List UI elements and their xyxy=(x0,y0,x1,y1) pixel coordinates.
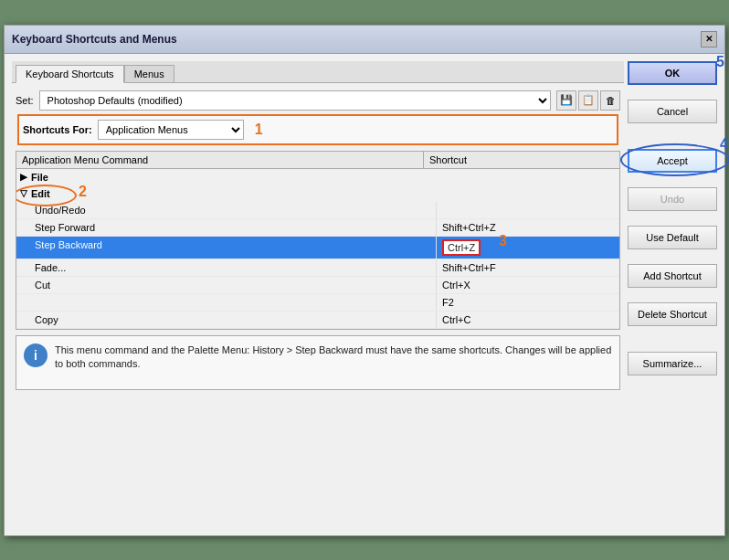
delete-shortcut-button[interactable]: Delete Shortcut xyxy=(628,302,717,326)
cmd-cut: Cut xyxy=(16,277,437,293)
annotation-2: 2 xyxy=(79,184,87,200)
cmd-step-forward: Step Forward xyxy=(16,219,437,236)
tab-bar: Keyboard Shortcuts Menus xyxy=(12,61,624,83)
main-dialog: Keyboard Shortcuts and Menus ✕ Keyboard … xyxy=(4,25,725,536)
set-icons: 💾 📋 🗑 xyxy=(556,90,620,111)
cmd-step-backward: Step Backward xyxy=(16,237,437,259)
duplicate-set-button[interactable]: 📋 xyxy=(578,90,598,111)
add-shortcut-button[interactable]: Add Shortcut xyxy=(628,264,717,288)
row-f2[interactable]: F2 xyxy=(16,294,619,312)
shortcut-step-backward: Ctrl+Z 3 xyxy=(437,237,619,259)
shortcuts-for-label: Shortcuts For: xyxy=(23,124,92,135)
info-icon: i xyxy=(24,343,48,367)
annotation-3: 3 xyxy=(499,233,507,249)
edit-expand-arrow: ▽ xyxy=(20,188,27,198)
cmd-f2 xyxy=(16,294,437,311)
cmd-fade: Fade... xyxy=(16,259,437,276)
undo-button[interactable]: Undo xyxy=(628,187,717,211)
shortcut-f2: F2 xyxy=(437,294,619,311)
row-step-backward[interactable]: Step Backward Ctrl+Z 3 xyxy=(16,237,619,259)
row-undo-redo[interactable]: Undo/Redo xyxy=(16,202,619,219)
use-default-button[interactable]: Use Default xyxy=(628,226,717,249)
shortcut-undo-redo xyxy=(437,202,619,218)
set-row: Set: Photoshop Defaults (modified) 💾 📋 🗑 xyxy=(12,87,624,114)
cmd-copy: Copy xyxy=(16,312,437,328)
tab-menus[interactable]: Menus xyxy=(124,65,174,82)
summarize-button[interactable]: Summarize... xyxy=(628,352,717,375)
delete-set-button[interactable]: 🗑 xyxy=(600,90,620,111)
menu-command-table: Application Menu Command Shortcut ▶ File xyxy=(16,151,620,330)
ok-button[interactable]: OK xyxy=(628,61,717,85)
col-shortcut: Shortcut xyxy=(424,152,607,168)
close-button[interactable]: ✕ xyxy=(701,31,717,48)
cmd-undo-redo: Undo/Redo xyxy=(16,202,437,218)
file-group-label: File xyxy=(31,172,48,183)
row-copy[interactable]: Copy Ctrl+C xyxy=(16,312,619,329)
shortcuts-for-row: Shortcuts For: Application Menus Panel M… xyxy=(17,114,618,145)
shortcut-input[interactable]: Ctrl+Z xyxy=(442,239,481,256)
row-cut[interactable]: Cut Ctrl+X xyxy=(16,277,619,294)
cancel-button[interactable]: Cancel xyxy=(628,100,717,123)
shortcut-cut: Ctrl+X xyxy=(437,277,619,293)
col-command: Application Menu Command xyxy=(16,152,424,168)
save-set-button[interactable]: 💾 xyxy=(556,90,576,111)
right-panel: OK 5 Cancel Accept 4 Undo Use Default Ad… xyxy=(624,54,724,401)
shortcut-fade: Shift+Ctrl+F xyxy=(437,259,619,276)
title-bar: Keyboard Shortcuts and Menus ✕ xyxy=(5,26,724,54)
file-expand-arrow: ▶ xyxy=(20,172,27,182)
set-dropdown[interactable]: Photoshop Defaults (modified) xyxy=(39,90,551,111)
group-file[interactable]: ▶ File xyxy=(16,169,619,185)
shortcut-copy: Ctrl+C xyxy=(437,312,619,328)
info-box: i This menu command and the Palette Menu… xyxy=(16,335,620,390)
table-header: Application Menu Command Shortcut xyxy=(16,152,619,169)
accept-button[interactable]: Accept xyxy=(628,149,717,173)
edit-group-label: Edit xyxy=(31,188,50,199)
group-edit[interactable]: ▽ Edit xyxy=(16,185,619,202)
annotation-4: 4 xyxy=(720,136,728,153)
annotation-5: 5 xyxy=(716,54,724,70)
info-text: This menu command and the Palette Menu: … xyxy=(55,343,612,372)
row-step-forward[interactable]: Step Forward Shift+Ctrl+Z xyxy=(16,219,619,237)
tab-keyboard-shortcuts[interactable]: Keyboard Shortcuts xyxy=(16,65,124,83)
shortcut-step-forward: Shift+Ctrl+Z xyxy=(437,219,619,236)
shortcuts-for-dropdown[interactable]: Application Menus Panel Menus Tools xyxy=(98,120,244,140)
row-fade[interactable]: Fade... Shift+Ctrl+F xyxy=(16,259,619,277)
set-label: Set: xyxy=(16,95,34,106)
annotation-1: 1 xyxy=(255,122,263,138)
table-scroll[interactable]: ▶ File ▽ Edit 2 xyxy=(16,169,619,329)
dialog-title: Keyboard Shortcuts and Menus xyxy=(12,33,177,46)
